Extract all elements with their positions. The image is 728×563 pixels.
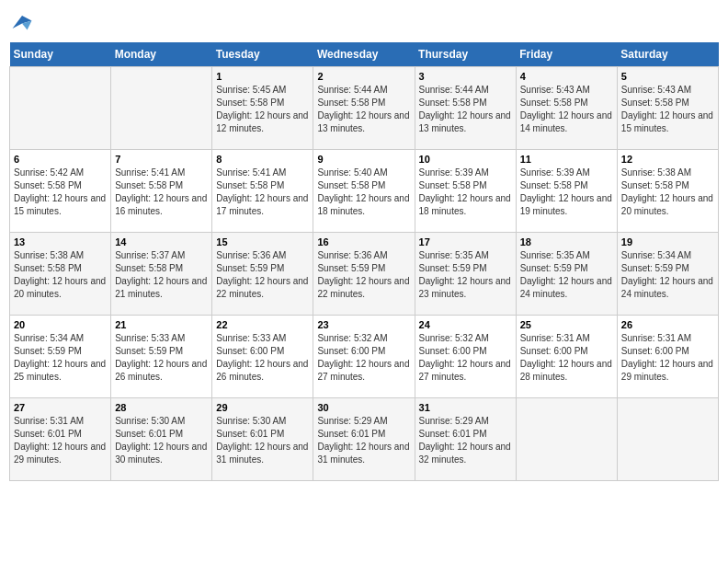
day-number: 27 [14,402,107,413]
day-number: 8 [216,154,309,165]
day-info: Sunrise: 5:43 AM Sunset: 5:58 PM Dayligh… [520,84,613,135]
day-number: 6 [14,154,107,165]
day-info: Sunrise: 5:43 AM Sunset: 5:58 PM Dayligh… [621,84,714,135]
day-number: 15 [216,236,309,247]
week-row-1: 1Sunrise: 5:45 AM Sunset: 5:58 PM Daylig… [10,67,719,150]
day-number: 10 [419,154,512,165]
weekday-header-thursday: Thursday [415,42,516,67]
day-number: 19 [621,236,714,247]
logo [9,9,39,35]
day-info: Sunrise: 5:29 AM Sunset: 6:01 PM Dayligh… [419,415,512,466]
calendar-cell: 9Sunrise: 5:40 AM Sunset: 5:58 PM Daylig… [313,150,415,233]
day-number: 25 [520,319,613,330]
day-info: Sunrise: 5:35 AM Sunset: 5:59 PM Dayligh… [419,249,512,301]
day-info: Sunrise: 5:35 AM Sunset: 5:59 PM Dayligh… [520,249,613,301]
calendar-cell: 5Sunrise: 5:43 AM Sunset: 5:58 PM Daylig… [617,67,718,150]
week-row-4: 20Sunrise: 5:34 AM Sunset: 5:59 PM Dayli… [10,316,719,398]
calendar-cell [10,67,111,150]
calendar-cell: 4Sunrise: 5:43 AM Sunset: 5:58 PM Daylig… [516,67,617,150]
calendar-cell: 22Sunrise: 5:33 AM Sunset: 6:00 PM Dayli… [212,316,313,398]
day-info: Sunrise: 5:45 AM Sunset: 5:58 PM Dayligh… [216,84,309,135]
day-number: 23 [317,319,410,330]
day-info: Sunrise: 5:38 AM Sunset: 5:58 PM Dayligh… [14,249,107,301]
day-info: Sunrise: 5:33 AM Sunset: 5:59 PM Dayligh… [115,332,208,384]
day-number: 12 [621,154,714,165]
calendar-cell: 13Sunrise: 5:38 AM Sunset: 5:58 PM Dayli… [10,233,111,316]
day-number: 3 [419,71,512,82]
weekday-header-sunday: Sunday [10,42,111,67]
calendar-cell: 15Sunrise: 5:36 AM Sunset: 5:59 PM Dayli… [212,233,313,316]
calendar-cell: 11Sunrise: 5:39 AM Sunset: 5:58 PM Dayli… [516,150,617,233]
weekday-header-friday: Friday [516,42,617,67]
day-number: 21 [115,319,208,330]
day-info: Sunrise: 5:44 AM Sunset: 5:58 PM Dayligh… [419,84,512,135]
day-number: 24 [419,319,512,330]
day-number: 17 [419,236,512,247]
calendar-cell: 8Sunrise: 5:41 AM Sunset: 5:58 PM Daylig… [212,150,313,233]
calendar-cell [617,398,718,481]
weekday-header-saturday: Saturday [617,42,718,67]
day-number: 16 [317,236,410,247]
day-info: Sunrise: 5:37 AM Sunset: 5:58 PM Dayligh… [115,249,208,301]
day-number: 30 [317,402,410,413]
calendar-cell [516,398,617,481]
calendar-cell: 18Sunrise: 5:35 AM Sunset: 5:59 PM Dayli… [516,233,617,316]
day-info: Sunrise: 5:41 AM Sunset: 5:58 PM Dayligh… [115,167,208,218]
calendar-cell: 12Sunrise: 5:38 AM Sunset: 5:58 PM Dayli… [617,150,718,233]
day-number: 28 [115,402,208,413]
calendar-cell: 27Sunrise: 5:31 AM Sunset: 6:01 PM Dayli… [10,398,111,481]
calendar-table: SundayMondayTuesdayWednesdayThursdayFrid… [9,42,719,481]
calendar-cell: 1Sunrise: 5:45 AM Sunset: 5:58 PM Daylig… [212,67,313,150]
day-info: Sunrise: 5:31 AM Sunset: 6:01 PM Dayligh… [14,415,107,466]
weekday-header-row: SundayMondayTuesdayWednesdayThursdayFrid… [10,42,719,67]
day-info: Sunrise: 5:34 AM Sunset: 5:59 PM Dayligh… [14,332,107,384]
day-number: 29 [216,402,309,413]
day-info: Sunrise: 5:31 AM Sunset: 6:00 PM Dayligh… [621,332,714,384]
day-number: 11 [520,154,613,165]
calendar-cell: 30Sunrise: 5:29 AM Sunset: 6:01 PM Dayli… [313,398,415,481]
day-number: 20 [14,319,107,330]
calendar-cell: 17Sunrise: 5:35 AM Sunset: 5:59 PM Dayli… [415,233,516,316]
day-info: Sunrise: 5:32 AM Sunset: 6:00 PM Dayligh… [419,332,512,384]
calendar-cell: 19Sunrise: 5:34 AM Sunset: 5:59 PM Dayli… [617,233,718,316]
calendar-cell: 26Sunrise: 5:31 AM Sunset: 6:00 PM Dayli… [617,316,718,398]
calendar-cell: 31Sunrise: 5:29 AM Sunset: 6:01 PM Dayli… [415,398,516,481]
calendar-cell: 14Sunrise: 5:37 AM Sunset: 5:58 PM Dayli… [111,233,212,316]
calendar-cell: 10Sunrise: 5:39 AM Sunset: 5:58 PM Dayli… [415,150,516,233]
calendar-cell: 24Sunrise: 5:32 AM Sunset: 6:00 PM Dayli… [415,316,516,398]
calendar-cell: 23Sunrise: 5:32 AM Sunset: 6:00 PM Dayli… [313,316,415,398]
day-info: Sunrise: 5:44 AM Sunset: 5:58 PM Dayligh… [317,84,410,135]
day-number: 13 [14,236,107,247]
logo-icon [9,9,35,35]
day-number: 31 [419,402,512,413]
calendar-cell [111,67,212,150]
weekday-header-tuesday: Tuesday [212,42,313,67]
day-info: Sunrise: 5:32 AM Sunset: 6:00 PM Dayligh… [317,332,410,384]
day-number: 18 [520,236,613,247]
day-info: Sunrise: 5:34 AM Sunset: 5:59 PM Dayligh… [621,249,714,301]
day-number: 1 [216,71,309,82]
calendar-cell: 7Sunrise: 5:41 AM Sunset: 5:58 PM Daylig… [111,150,212,233]
day-number: 7 [115,154,208,165]
day-info: Sunrise: 5:41 AM Sunset: 5:58 PM Dayligh… [216,167,309,218]
day-info: Sunrise: 5:38 AM Sunset: 5:58 PM Dayligh… [621,167,714,218]
day-number: 2 [317,71,410,82]
day-info: Sunrise: 5:29 AM Sunset: 6:01 PM Dayligh… [317,415,410,466]
weekday-header-monday: Monday [111,42,212,67]
calendar-cell: 20Sunrise: 5:34 AM Sunset: 5:59 PM Dayli… [10,316,111,398]
calendar-cell: 2Sunrise: 5:44 AM Sunset: 5:58 PM Daylig… [313,67,415,150]
calendar-cell: 29Sunrise: 5:30 AM Sunset: 6:01 PM Dayli… [212,398,313,481]
day-info: Sunrise: 5:36 AM Sunset: 5:59 PM Dayligh… [317,249,410,301]
calendar-cell: 21Sunrise: 5:33 AM Sunset: 5:59 PM Dayli… [111,316,212,398]
week-row-2: 6Sunrise: 5:42 AM Sunset: 5:58 PM Daylig… [10,150,719,233]
day-number: 4 [520,71,613,82]
day-info: Sunrise: 5:33 AM Sunset: 6:00 PM Dayligh… [216,332,309,384]
day-info: Sunrise: 5:30 AM Sunset: 6:01 PM Dayligh… [115,415,208,466]
day-number: 5 [621,71,714,82]
calendar-cell: 6Sunrise: 5:42 AM Sunset: 5:58 PM Daylig… [10,150,111,233]
calendar-cell: 25Sunrise: 5:31 AM Sunset: 6:00 PM Dayli… [516,316,617,398]
day-number: 9 [317,154,410,165]
calendar-cell: 3Sunrise: 5:44 AM Sunset: 5:58 PM Daylig… [415,67,516,150]
day-info: Sunrise: 5:39 AM Sunset: 5:58 PM Dayligh… [520,167,613,218]
day-info: Sunrise: 5:30 AM Sunset: 6:01 PM Dayligh… [216,415,309,466]
